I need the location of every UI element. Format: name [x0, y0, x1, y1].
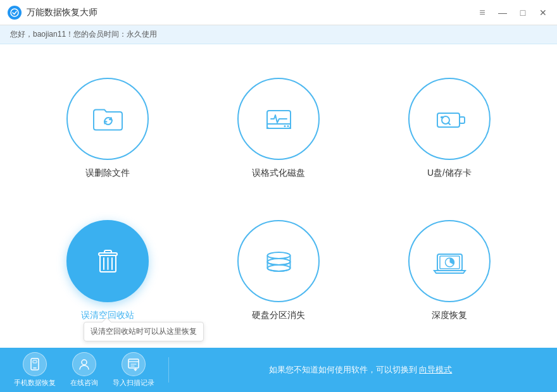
card-partition-lost[interactable]: 硬盘分区消失 — [196, 205, 361, 335]
svg-rect-6 — [460, 117, 465, 123]
close-button[interactable]: ✕ — [537, 6, 549, 19]
user-info-text: 您好，baojian11！您的会员时间：永久使用 — [10, 29, 157, 40]
circle-format-disk — [237, 78, 320, 160]
svg-rect-24 — [33, 360, 37, 363]
maximize-button[interactable]: □ — [516, 6, 529, 19]
circle-deep-recovery — [408, 220, 491, 302]
bottom-divider — [168, 357, 169, 383]
infobar: 您好，baojian11！您的会员时间：永久使用 — [0, 25, 557, 44]
card-format-disk-label: 误格式化磁盘 — [252, 168, 305, 179]
circle-usb-card — [408, 78, 491, 160]
consult-label: 在线咨询 — [70, 378, 98, 388]
card-format-disk[interactable]: 误格式化磁盘 — [196, 63, 361, 193]
card-delete-file-label: 误删除文件 — [85, 168, 130, 179]
settings-icon[interactable]: ≡ — [476, 6, 489, 19]
svg-rect-2 — [267, 124, 291, 128]
guide-mode-link[interactable]: 向导模式 — [419, 365, 452, 374]
consult-icon-circle — [72, 352, 96, 376]
mobile-recovery-label: 手机数据恢复 — [14, 378, 56, 388]
card-usb-card-label: U盘/储存卡 — [427, 168, 472, 179]
titlebar: 万能数据恢复大师 ≡ — □ ✕ — [0, 0, 557, 25]
minimize-button[interactable]: — — [496, 6, 509, 19]
import-scan-label: 导入扫描记录 — [113, 378, 154, 388]
svg-point-3 — [284, 125, 285, 127]
card-recycle-bin-label: 误清空回收站 — [81, 310, 134, 321]
svg-point-25 — [82, 360, 87, 365]
svg-rect-9 — [441, 116, 444, 118]
mobile-recovery-button[interactable]: 手机数据恢复 — [13, 352, 57, 388]
card-delete-file[interactable]: 误删除文件 — [25, 63, 190, 193]
svg-rect-5 — [437, 113, 460, 127]
main-content: 误删除文件 误格式化磁盘 — [0, 44, 557, 348]
svg-point-16 — [267, 252, 290, 259]
card-partition-lost-label: 硬盘分区消失 — [252, 310, 305, 321]
svg-line-8 — [448, 123, 450, 125]
consult-button[interactable]: 在线咨询 — [62, 352, 106, 388]
circle-delete-file — [66, 78, 149, 160]
circle-partition-lost — [237, 220, 320, 302]
recycle-bin-tooltip: 误清空回收站时可以从这里恢复 — [84, 322, 204, 341]
svg-rect-26 — [128, 359, 139, 368]
svg-point-4 — [287, 125, 289, 127]
mobile-icon-circle — [23, 352, 47, 376]
svg-point-0 — [11, 9, 18, 16]
card-deep-recovery-label: 深度恢复 — [432, 310, 467, 321]
svg-point-18 — [267, 265, 290, 271]
svg-point-17 — [267, 259, 290, 265]
app-logo — [8, 6, 22, 20]
card-usb-card[interactable]: U盘/储存卡 — [367, 63, 532, 193]
svg-rect-11 — [104, 250, 111, 253]
card-deep-recovery[interactable]: 深度恢复 — [367, 205, 532, 335]
bottom-info: 如果您不知道如何使用软件，可以切换到 向导模式 — [177, 364, 544, 376]
bottom-info-text: 如果您不知道如何使用软件，可以切换到 — [269, 365, 417, 374]
card-recycle-bin[interactable]: 误清空回收站 误清空回收站时可以从这里恢复 — [25, 205, 190, 335]
import-icon-circle — [122, 352, 146, 376]
circle-recycle-bin — [66, 220, 149, 302]
import-scan-button[interactable]: 导入扫描记录 — [111, 352, 156, 388]
app-title: 万能数据恢复大师 — [27, 7, 476, 18]
window-controls: ≡ — □ ✕ — [476, 6, 549, 19]
bottombar: 手机数据恢复 在线咨询 导入扫描记录 如果您不知道如何使用软件，可以切换到 向导… — [0, 348, 557, 392]
